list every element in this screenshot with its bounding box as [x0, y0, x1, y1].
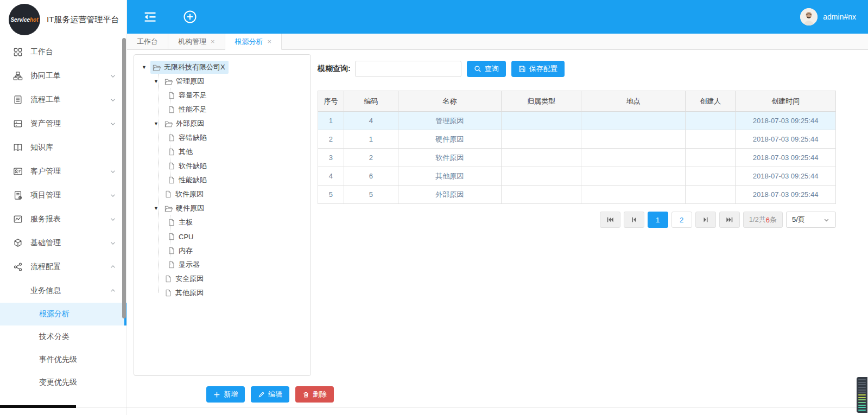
save-config-button[interactable]: 保存配置: [511, 61, 565, 77]
sidebar-item-asset-mgmt[interactable]: 资产管理: [0, 112, 126, 136]
sidebar-subitem-tech-category[interactable]: 技术分类: [0, 325, 126, 348]
tab-workbench[interactable]: 工作台: [127, 34, 168, 49]
sidebar-item-project-mgmt[interactable]: 项目管理: [0, 183, 126, 207]
sidebar-subitem-incident-priority[interactable]: 事件优先级: [0, 348, 126, 371]
tree-node-leaf[interactable]: 性能不足: [134, 103, 311, 117]
cube-icon: [13, 238, 23, 248]
last-page-button[interactable]: [719, 212, 740, 228]
sidebar-scrollbar[interactable]: [122, 38, 126, 318]
table-row[interactable]: 1 4 管理原因 2018-07-03 09:25:44: [318, 112, 836, 130]
query-button-label: 查询: [485, 64, 499, 74]
sidebar-item-process-config[interactable]: 流程配置: [0, 255, 126, 279]
file-icon: [168, 247, 175, 254]
sidebar-subitem-change-priority[interactable]: 变更优先级: [0, 371, 126, 394]
chevron-down-icon: [823, 216, 830, 224]
sidebar-subitem-root-cause[interactable]: 根源分析: [0, 303, 126, 325]
tree-node-leaf[interactable]: CPU: [134, 229, 311, 244]
add-tab-icon[interactable]: [182, 9, 198, 24]
cell-seq: 1: [318, 112, 344, 130]
cell-type: [501, 112, 581, 130]
tree-node-leaf[interactable]: 其他: [134, 145, 311, 159]
edit-button[interactable]: 编辑: [251, 386, 289, 403]
cell-code: 4: [344, 112, 398, 130]
cell-code: 2: [344, 149, 398, 167]
delete-button[interactable]: 删除: [295, 386, 334, 403]
table-row[interactable]: 4 6 其他原因 2018-07-03 09:25:44: [318, 167, 836, 186]
table-row[interactable]: 2 1 硬件原因 2018-07-03 09:25:44: [318, 130, 836, 149]
tree-node-company[interactable]: ▼ 无限科技有限公司X: [134, 60, 311, 74]
tree-node-leaf[interactable]: 主板: [134, 215, 311, 229]
page-info-count: 6: [766, 216, 770, 224]
meter-bar: [858, 394, 866, 395]
tree-node-label: 其他: [179, 147, 193, 157]
page-button-2[interactable]: 2: [671, 212, 692, 228]
sidebar-item-label: 服务报表: [30, 214, 61, 224]
file-icon: [168, 162, 175, 170]
delete-button-label: 删除: [313, 390, 327, 399]
cell-location: [581, 167, 686, 186]
file-icon: [168, 148, 175, 156]
tree-node-leaf[interactable]: 内存: [134, 244, 311, 258]
tree-node-folder[interactable]: ▼ 管理原因: [134, 74, 311, 88]
page-button-1[interactable]: 1: [648, 212, 668, 228]
tree-node-leaf[interactable]: 安全原因: [134, 272, 311, 286]
folder-icon: [164, 205, 173, 213]
table-row[interactable]: 3 2 软件原因 2018-07-03 09:25:44: [318, 149, 836, 167]
sidebar-item-knowledge-base[interactable]: 知识库: [0, 136, 126, 159]
tree-node-leaf[interactable]: 容量不足: [134, 88, 311, 103]
prev-page-button[interactable]: [624, 212, 644, 228]
sidebar-item-service-reports[interactable]: 服务报表: [0, 207, 126, 231]
close-icon[interactable]: ×: [268, 37, 272, 46]
tree-node-leaf[interactable]: 容错缺陷: [134, 131, 311, 145]
caret-down-icon[interactable]: ▼: [154, 121, 162, 126]
caret-down-icon[interactable]: ▼: [154, 79, 162, 84]
grid-icon: [13, 47, 23, 57]
main-content: ▼ 无限科技有限公司X ▼ 管理原因 容量不足 性能不足 ▼ 外部原因 容错缺陷…: [127, 50, 868, 415]
chart-icon: [13, 214, 23, 224]
tree-node-leaf[interactable]: 其他原因: [134, 286, 311, 300]
tree-node-label: 容量不足: [179, 91, 207, 100]
cell-code: 6: [344, 167, 398, 186]
tree-node-label: 软件缺陷: [179, 161, 207, 171]
cell-creator: [686, 130, 736, 149]
sidebar-item-process-orders[interactable]: 流程工单: [0, 88, 126, 112]
tree-node-leaf[interactable]: 软件原因: [134, 187, 311, 201]
first-page-button[interactable]: [600, 212, 620, 228]
tree-node-leaf[interactable]: 显示器: [134, 258, 311, 272]
add-button[interactable]: 新增: [206, 386, 245, 403]
search-input[interactable]: [355, 61, 461, 77]
query-button[interactable]: 查询: [467, 61, 506, 77]
user-menu[interactable]: admin#nx: [800, 8, 856, 25]
tree-node-leaf[interactable]: 性能缺陷: [134, 173, 311, 187]
folder-icon: [153, 63, 161, 72]
app-title: IT服务运营管理平台: [47, 15, 119, 25]
tree-node-folder[interactable]: ▼ 硬件原因: [134, 201, 311, 215]
page-size-select[interactable]: 5/页: [786, 212, 836, 228]
tab-root-cause[interactable]: 根源分析 ×: [225, 34, 282, 50]
meter-bar: [858, 399, 866, 400]
search-icon: [474, 65, 481, 73]
sidebar-item-customer-mgmt[interactable]: 客户管理: [0, 159, 126, 183]
sidebar-submenu-business-info[interactable]: 业务信息: [0, 279, 126, 303]
tree-node-label: 软件原因: [175, 189, 204, 199]
tab-org-mgmt[interactable]: 机构管理 ×: [168, 34, 225, 49]
file-icon: [164, 190, 172, 198]
table-row[interactable]: 5 5 外部原因 2018-07-03 09:25:44: [318, 186, 836, 204]
tree-node-leaf[interactable]: 软件缺陷: [134, 159, 311, 173]
tree-node-label: 外部原因: [176, 119, 204, 129]
sidebar-item-collab-orders[interactable]: 协同工单: [0, 64, 126, 88]
collapse-menu-icon[interactable]: [142, 9, 157, 24]
sidebar-item-basic-mgmt[interactable]: 基础管理: [0, 231, 126, 255]
sidebar-item-workbench[interactable]: 工作台: [0, 40, 126, 64]
subitem-label: 事件优先级: [39, 355, 77, 365]
next-page-button[interactable]: [695, 212, 716, 228]
tree-node-label: 管理原因: [176, 76, 204, 86]
meter-bar: [858, 379, 866, 380]
caret-down-icon[interactable]: ▼: [154, 206, 162, 211]
tree-node-folder[interactable]: ▼ 外部原因: [134, 117, 311, 131]
caret-down-icon[interactable]: ▼: [142, 65, 150, 70]
cell-location: [581, 186, 686, 204]
search-label: 模糊查询:: [318, 64, 351, 74]
category-tree-panel: ▼ 无限科技有限公司X ▼ 管理原因 容量不足 性能不足 ▼ 外部原因 容错缺陷…: [134, 54, 311, 376]
close-icon[interactable]: ×: [211, 37, 215, 46]
